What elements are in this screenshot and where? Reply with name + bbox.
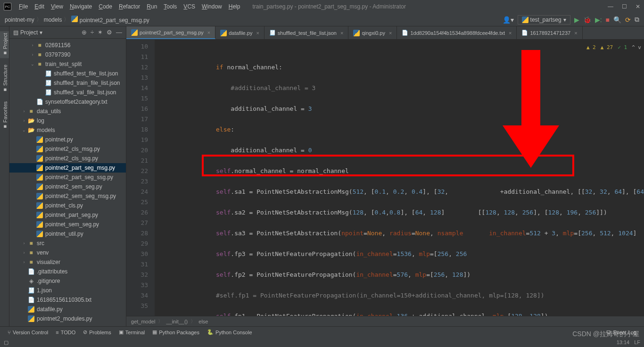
line-number[interactable]: 24 — [126, 187, 148, 197]
line-number[interactable]: 28 — [126, 228, 148, 239]
line-number[interactable]: 19 — [126, 135, 148, 145]
project-tool-icon[interactable]: ⊕ — [82, 29, 87, 36]
tree-node[interactable]: ›■data_utils — [9, 107, 126, 116]
users-icon[interactable]: 👤▾ — [503, 16, 514, 24]
tree-arrow-icon[interactable]: › — [29, 43, 36, 48]
breadcrumb-item[interactable]: pointnet-my — [5, 17, 34, 23]
tree-node[interactable]: pointnet_sem_seg.py — [9, 220, 126, 229]
close-tab-icon[interactable]: × — [509, 30, 512, 36]
structure-crumb[interactable]: get_model — [131, 319, 155, 324]
tree-node[interactable]: pointnet_util.py — [9, 229, 126, 239]
tree-node[interactable]: pointnet2_cls_msg.py — [9, 144, 126, 154]
line-number[interactable]: 10 — [126, 41, 148, 52]
line-number[interactable]: 23 — [126, 176, 148, 187]
menu-refactor[interactable]: Refactor — [116, 2, 143, 11]
inspections-widget[interactable]: ▲ 2 ▲ 27 ✓ 1 ^ v — [586, 42, 641, 53]
tree-arrow-icon[interactable]: › — [21, 260, 27, 264]
tree-arrow-icon[interactable]: › — [21, 109, 27, 114]
tree-node[interactable]: 🧾shuffled_train_file_list.json — [9, 78, 126, 88]
coverage-button[interactable]: ▶: — [595, 16, 602, 24]
close-button[interactable]: ✕ — [636, 3, 640, 10]
menu-run[interactable]: Run — [144, 2, 160, 11]
tree-node[interactable]: datafile.py — [9, 305, 126, 314]
line-number[interactable]: 20 — [126, 145, 148, 156]
status-icon[interactable]: ▢ — [4, 339, 8, 346]
menu-edit[interactable]: Edit — [32, 2, 47, 11]
tree-node[interactable]: 📄161865156110305.txt — [9, 295, 126, 305]
tree-node[interactable]: pointnet_cls.py — [9, 201, 126, 210]
ide-icon[interactable]: ⧉ — [635, 16, 639, 24]
menu-help[interactable]: Help — [226, 2, 243, 11]
tree-node[interactable]: pointnet2_part_seg_ssg.py — [9, 173, 126, 182]
line-number[interactable]: 35 — [126, 301, 148, 311]
line-number[interactable]: 26 — [126, 207, 148, 218]
line-number[interactable]: 14 — [126, 83, 148, 93]
line-number[interactable]: 22 — [126, 166, 148, 176]
minimize-button[interactable]: — — [608, 3, 613, 10]
line-number[interactable]: 29 — [126, 239, 148, 249]
inspections-more[interactable]: ^ v — [632, 42, 641, 53]
editor-tab[interactable]: datafile.py× — [215, 26, 264, 39]
tree-node[interactable]: 📄synsetoffset2category.txt — [9, 97, 126, 107]
tree-node[interactable]: 🧾1.json — [9, 286, 126, 295]
tree-node[interactable]: ⌄📂models — [9, 125, 126, 135]
warning-count[interactable]: ▲ 27 — [601, 42, 613, 53]
stop-button[interactable]: ■ — [606, 16, 610, 24]
line-number[interactable]: 17 — [126, 114, 148, 124]
line-number[interactable]: 32 — [126, 270, 148, 280]
close-tab-icon[interactable]: × — [574, 30, 577, 36]
run-config-select[interactable]: test_partseg ▾ — [518, 15, 570, 25]
tree-node[interactable]: 🧾shuffled_val_file_list.json — [9, 88, 126, 97]
tree-node[interactable]: 📄.gitattributes — [9, 267, 126, 276]
tree-node[interactable]: pointnet2_part_seg_msg.py — [9, 163, 126, 173]
editor-tab[interactable]: pointnet2_part_seg_msg.py× — [126, 26, 215, 39]
menu-tools[interactable]: Tools — [161, 2, 180, 11]
tree-arrow-icon[interactable]: › — [21, 241, 27, 246]
line-number[interactable]: 27 — [126, 218, 148, 228]
close-tab-icon[interactable]: × — [389, 30, 392, 36]
run-button[interactable]: ▶ — [574, 16, 579, 24]
toolwindow-tab-favorites[interactable]: ■ Favorites — [0, 99, 9, 132]
maximize-button[interactable]: ☐ — [622, 3, 627, 10]
breadcrumb-item[interactable]: pointnet2_part_seg_msg.py — [71, 16, 149, 24]
line-number[interactable]: 31 — [126, 259, 148, 270]
menu-window[interactable]: Window — [199, 2, 225, 11]
update-button[interactable]: ⟳ — [625, 16, 631, 24]
toolwindow-tab-structure[interactable]: ■ Structure — [0, 63, 9, 95]
tree-node[interactable]: pointnet2_sem_seg.py — [9, 182, 126, 191]
tree-node[interactable]: ›■visualizer — [9, 257, 126, 267]
project-tool-icon[interactable]: ÷ — [91, 29, 94, 36]
line-number[interactable]: 18 — [126, 124, 148, 135]
tree-arrow-icon[interactable]: ⌄ — [29, 62, 36, 66]
tree-arrow-icon[interactable]: › — [21, 118, 27, 123]
line-number[interactable]: 13 — [126, 73, 148, 83]
close-tab-icon[interactable]: × — [207, 30, 210, 35]
tree-node[interactable]: pointnet2_cls_ssg.py — [9, 154, 126, 163]
tree-node[interactable]: ⌄■train_test_split — [9, 59, 126, 69]
structure-crumb[interactable]: else — [198, 319, 208, 324]
tree-arrow-icon[interactable]: › — [21, 250, 27, 255]
project-panel-title[interactable]: ▤ Project ▾ — [13, 29, 42, 36]
tree-node[interactable]: ›■src — [9, 239, 126, 248]
terminal-tab[interactable]: ▣Terminal — [115, 329, 149, 335]
structure-crumb[interactable]: __init__() — [166, 319, 188, 324]
todo-tab[interactable]: ≡TODO — [52, 330, 79, 335]
menu-view[interactable]: View — [48, 2, 66, 11]
line-number[interactable]: 11 — [126, 52, 148, 62]
editor-tab[interactable]: qingxi0.py× — [348, 26, 397, 39]
debug-button[interactable]: 🐞 — [583, 16, 591, 24]
editor-tab[interactable]: 🧾shuffled_test_file_list.json× — [264, 26, 349, 39]
line-number[interactable]: 30 — [126, 249, 148, 259]
problems-tab[interactable]: ⊘Problems — [79, 329, 115, 335]
tree-node[interactable]: ◈.gitignore — [9, 276, 126, 286]
line-number[interactable]: 33 — [126, 280, 148, 290]
version-control-tab[interactable]: ⑂Version Control — [4, 330, 52, 335]
project-tool-icon[interactable]: ⚙ — [107, 29, 112, 36]
tree-node[interactable]: ›■venv — [9, 248, 126, 257]
tree-node[interactable]: pointnet_part_seg.py — [9, 210, 126, 220]
editor-tab[interactable]: 📄1dd8290a154f4b1534a8988fdcee4fde.txt× — [397, 26, 517, 39]
line-number[interactable]: 34 — [126, 290, 148, 301]
close-tab-icon[interactable]: × — [340, 30, 343, 36]
tree-arrow-icon[interactable]: › — [29, 52, 36, 57]
line-number[interactable]: 21 — [126, 156, 148, 166]
